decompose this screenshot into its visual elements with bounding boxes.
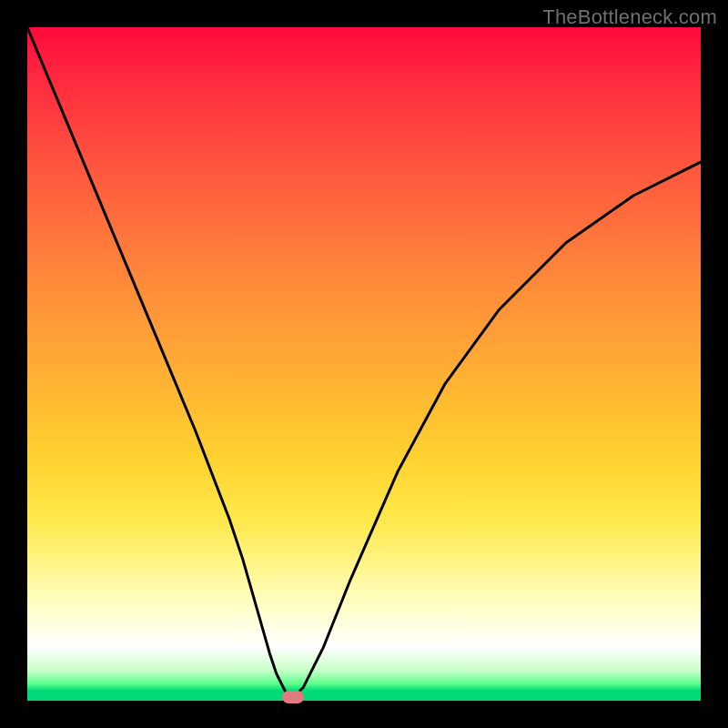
minimum-marker [282, 691, 304, 703]
bottleneck-curve [27, 27, 701, 697]
curve-svg [27, 27, 701, 701]
watermark-text: TheBottleneck.com [542, 5, 717, 29]
plot-area [27, 27, 701, 701]
chart-frame: TheBottleneck.com [0, 0, 728, 728]
